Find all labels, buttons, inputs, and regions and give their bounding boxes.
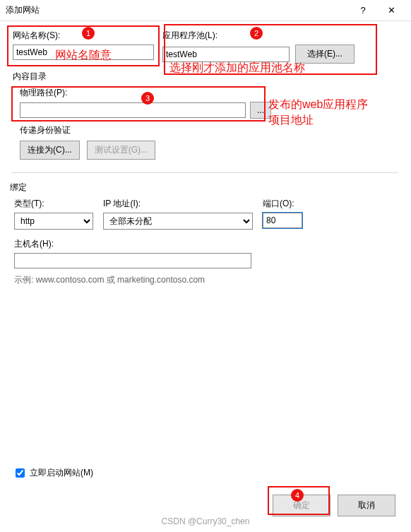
binding-section-label: 绑定 [10,182,398,194]
app-pool-input[interactable] [162,47,290,62]
ip-label: IP 地址(I): [103,198,253,210]
help-icon[interactable]: ? [349,5,377,16]
physical-path-input[interactable] [20,102,246,118]
app-pool-select-button[interactable]: 选择(E)... [295,45,355,64]
test-settings-button: 测试设置(G)... [87,141,155,160]
start-immediately-label: 立即启动网站(M) [30,467,93,479]
port-input[interactable] [263,213,302,228]
site-name-input[interactable] [13,45,154,60]
site-name-label: 网站名称(S): [13,30,154,42]
start-immediately-checkbox[interactable] [16,468,25,478]
watermark-text: CSDN @Curry30_chen [0,516,411,526]
browse-path-button[interactable]: ... [250,102,271,119]
type-select[interactable]: http [14,213,93,230]
host-input[interactable] [14,253,251,268]
physical-path-label: 物理路径(P): [20,87,398,99]
titlebar: 添加网站 ? ✕ [0,0,411,21]
auth-label: 传递身份验证 [20,124,398,136]
ok-button: 确定 [273,495,330,516]
ip-select[interactable]: 全部未分配 [103,213,253,230]
type-label: 类型(T): [14,198,93,210]
window-title: 添加网站 [6,4,349,16]
cancel-button[interactable]: 取消 [338,495,395,516]
port-label: 端口(O): [263,198,302,210]
host-label: 主机名(H): [14,238,398,250]
close-icon[interactable]: ✕ [377,5,405,16]
host-example: 示例: www.contoso.com 或 marketing.contoso.… [14,274,398,286]
content-dir-label: 内容目录 [13,71,398,83]
app-pool-label: 应用程序池(L): [162,30,355,42]
connect-as-button[interactable]: 连接为(C)... [20,141,80,160]
